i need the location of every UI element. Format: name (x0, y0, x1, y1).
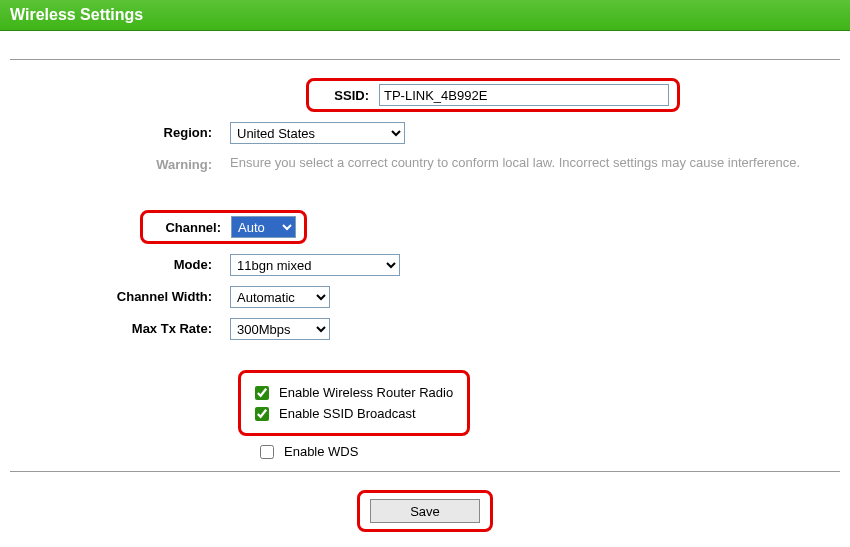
region-select[interactable]: United States (230, 122, 405, 144)
divider-top (10, 59, 840, 60)
content-area: SSID: // adjust: we need label column wi… (0, 31, 850, 547)
row-max-tx-rate: Max Tx Rate: 300Mbps (10, 318, 840, 340)
page-title-bar: Wireless Settings (0, 0, 850, 31)
enable-radio-checkbox[interactable] (255, 386, 269, 400)
label-channel: Channel: (143, 220, 231, 235)
max-tx-rate-select[interactable]: 300Mbps (230, 318, 330, 340)
highlight-channel: Channel: Auto (140, 210, 307, 244)
row-enable-wds: Enable WDS (260, 444, 840, 459)
channel-width-select[interactable]: Automatic (230, 286, 330, 308)
channel-select[interactable]: Auto (231, 216, 296, 238)
row-enable-ssid-broadcast: Enable SSID Broadcast (255, 406, 453, 421)
label-max-tx: Max Tx Rate: (10, 318, 230, 336)
row-enable-radio: Enable Wireless Router Radio (255, 385, 453, 400)
label-enable-wds: Enable WDS (284, 444, 358, 459)
highlight-ssid: SSID: (306, 78, 680, 112)
label-region: Region: (10, 122, 230, 140)
label-warning: Warning: (10, 154, 230, 172)
row-channel-width: Channel Width: Automatic (10, 286, 840, 308)
row-region: Region: United States (10, 122, 840, 144)
row-ssid: SSID: (10, 78, 840, 112)
save-button[interactable]: Save (370, 499, 480, 523)
mode-select[interactable]: 11bgn mixed (230, 254, 400, 276)
warning-text: Ensure you select a correct country to c… (230, 155, 800, 170)
page-title: Wireless Settings (10, 6, 143, 23)
label-mode: Mode: (10, 254, 230, 272)
enable-ssid-broadcast-checkbox[interactable] (255, 407, 269, 421)
label-enable-ssid-broadcast: Enable SSID Broadcast (279, 406, 416, 421)
highlight-save: Save (357, 490, 493, 532)
highlight-checkboxes: Enable Wireless Router Radio Enable SSID… (238, 370, 470, 436)
enable-wds-checkbox[interactable] (260, 445, 274, 459)
label-ssid: SSID: (309, 88, 379, 103)
row-warning: Warning: Ensure you select a correct cou… (10, 154, 840, 172)
row-mode: Mode: 11bgn mixed (10, 254, 840, 276)
row-channel: Channel: Auto (10, 210, 840, 244)
label-enable-radio: Enable Wireless Router Radio (279, 385, 453, 400)
label-channel-width: Channel Width: (10, 286, 230, 304)
ssid-input[interactable] (379, 84, 669, 106)
divider-bottom (10, 471, 840, 472)
save-row: Save (10, 482, 840, 544)
